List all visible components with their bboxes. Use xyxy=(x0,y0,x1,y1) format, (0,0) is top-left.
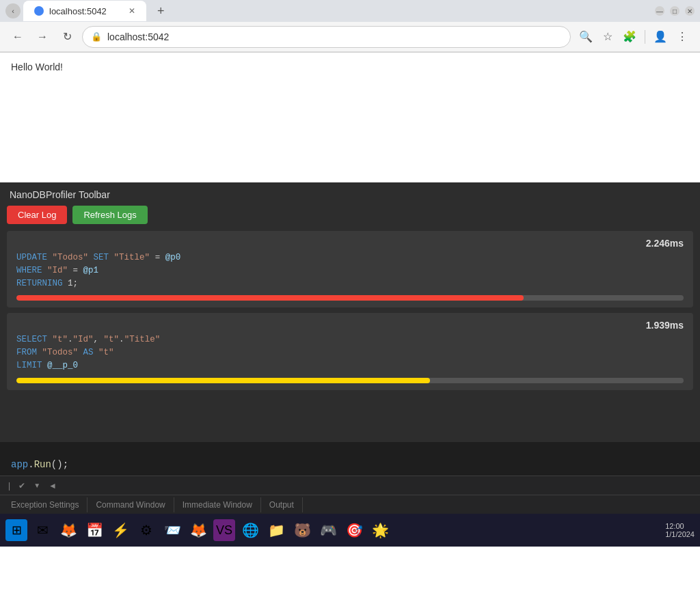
taskbar-explorer[interactable]: 📁 xyxy=(265,519,287,541)
reload-button[interactable]: ↻ xyxy=(57,27,77,46)
taskbar-settings[interactable]: ⚙ xyxy=(135,519,157,541)
tab-title: localhost:5042 xyxy=(49,6,107,16)
taskbar-app2[interactable]: 🎮 xyxy=(317,519,339,541)
forward-button[interactable]: → xyxy=(33,27,52,46)
profile-button[interactable]: 👤 xyxy=(651,27,670,46)
profiler-logs: 2.246ms UPDATE "Todos" SET "Title" = @p0… xyxy=(0,231,700,442)
hello-world-text: Hello World! xyxy=(11,61,63,72)
title-bar: ‹ localhost:5042 ✕ + — □ ✕ xyxy=(0,0,700,22)
vs-tabs-bar: Exception Settings Command Window Immedi… xyxy=(0,495,700,514)
address-bar-wrap[interactable]: 🔒 xyxy=(82,26,571,48)
tab-command-window[interactable]: Command Window xyxy=(88,497,174,512)
vs-tools-bar: | ✔ ▼ ◄ xyxy=(0,476,700,495)
profiler-buttons: Clear Log Refresh Logs xyxy=(0,206,700,231)
nav-right-icons: 🔍 ☆ 🧩 👤 ⋮ xyxy=(576,27,692,46)
browser-chrome: ‹ localhost:5042 ✕ + — □ ✕ ← → ↻ 🔒 🔍 xyxy=(0,0,700,53)
taskbar-app4[interactable]: 🌟 xyxy=(369,519,391,541)
taskbar-clock: 12:001/1/2024 xyxy=(665,522,695,538)
taskbar-app3[interactable]: 🎯 xyxy=(343,519,365,541)
window-controls: — □ ✕ xyxy=(655,6,695,16)
log-entry-1: 2.246ms UPDATE "Todos" SET "Title" = @p0… xyxy=(7,231,693,307)
new-tab-button[interactable]: + xyxy=(152,1,170,21)
vs-code-line: app.Run(); xyxy=(11,459,68,470)
taskbar-app1[interactable]: 🐻 xyxy=(291,519,313,541)
vs-bottom: app.Run(); | ✔ ▼ ◄ Exception Settings Co… xyxy=(0,442,700,514)
nav-bar: ← → ↻ 🔒 🔍 ☆ 🧩 👤 ⋮ xyxy=(0,22,700,52)
vs-parens: (); xyxy=(51,459,68,470)
tab-exception-settings[interactable]: Exception Settings xyxy=(3,497,88,512)
tab-output[interactable]: Output xyxy=(261,497,303,512)
browser-tab-active[interactable]: localhost:5042 ✕ xyxy=(23,1,146,21)
vs-tool-arrow[interactable]: ▼ xyxy=(31,480,43,491)
start-button[interactable]: ⊞ xyxy=(5,519,27,541)
vs-keyword-app: app xyxy=(11,459,28,470)
vs-dot: . xyxy=(28,459,33,470)
taskbar-terminal[interactable]: 📨 xyxy=(161,519,183,541)
refresh-logs-button[interactable]: Refresh Logs xyxy=(72,206,147,224)
taskbar-thunderbird[interactable]: 🦊 xyxy=(57,519,79,541)
zoom-button[interactable]: 🔍 xyxy=(576,27,595,46)
taskbar-firefox[interactable]: 🦊 xyxy=(187,519,209,541)
taskbar-mail[interactable]: ✉ xyxy=(31,519,53,541)
log-entry-1-time: 2.246ms xyxy=(646,238,684,249)
taskbar-edge[interactable]: 🌐 xyxy=(239,519,261,541)
taskbar-calendar[interactable]: 📅 xyxy=(83,519,105,541)
extensions-button[interactable]: 🧩 xyxy=(620,27,639,46)
profiler-title: NanoDBProfiler Toolbar xyxy=(0,182,700,206)
vs-method-run: Run xyxy=(34,459,51,470)
log-entry-1-header: 2.246ms xyxy=(16,238,684,249)
log-entry-1-bar xyxy=(16,295,524,301)
vs-code-area: app.Run(); xyxy=(0,442,700,476)
vs-tool-check[interactable]: ✔ xyxy=(16,480,28,492)
log-entry-2-bar-wrap xyxy=(16,378,684,383)
maximize-button[interactable]: □ xyxy=(670,6,679,16)
clear-log-button[interactable]: Clear Log xyxy=(7,206,67,224)
menu-button[interactable]: ⋮ xyxy=(673,27,692,46)
nav-divider xyxy=(645,30,645,44)
lock-icon: 🔒 xyxy=(91,31,102,42)
taskbar-vs[interactable]: VS xyxy=(213,519,235,541)
tab-close-button[interactable]: ✕ xyxy=(129,6,135,16)
log-entry-1-sql: UPDATE "Todos" SET "Title" = @p0 WHERE "… xyxy=(16,251,684,290)
log-entry-2-header: 1.939ms xyxy=(16,320,684,331)
taskbar-dev1[interactable]: ⚡ xyxy=(109,519,131,541)
log-entry-2: 1.939ms SELECT "t"."Id", "t"."Title" FRO… xyxy=(7,313,693,389)
taskbar: ⊞ ✉ 🦊 📅 ⚡ ⚙ 📨 🦊 VS 🌐 📁 🐻 🎮 🎯 🌟 12:001/1/… xyxy=(0,514,700,547)
log-entry-2-bar xyxy=(16,378,430,383)
log-entry-2-sql: SELECT "t"."Id", "t"."Title" FROM "Todos… xyxy=(16,333,684,372)
close-button[interactable]: ✕ xyxy=(685,6,695,16)
tab-immediate-window[interactable]: Immediate Window xyxy=(174,497,261,512)
vs-tool-left[interactable]: ◄ xyxy=(46,480,59,492)
profiler-toolbar: NanoDBProfiler Toolbar Clear Log Refresh… xyxy=(0,182,700,442)
tab-favicon xyxy=(34,6,44,16)
back-button[interactable]: ← xyxy=(8,27,27,46)
page-content: Hello World! xyxy=(0,53,700,182)
vs-tool-pipe: | xyxy=(5,480,13,492)
tab-back-button[interactable]: ‹ xyxy=(5,3,21,18)
log-entry-2-time: 1.939ms xyxy=(646,320,684,331)
log-entry-1-bar-wrap xyxy=(16,295,684,301)
bookmark-button[interactable]: ☆ xyxy=(598,27,617,46)
address-input[interactable] xyxy=(107,31,562,42)
minimize-button[interactable]: — xyxy=(655,6,664,16)
